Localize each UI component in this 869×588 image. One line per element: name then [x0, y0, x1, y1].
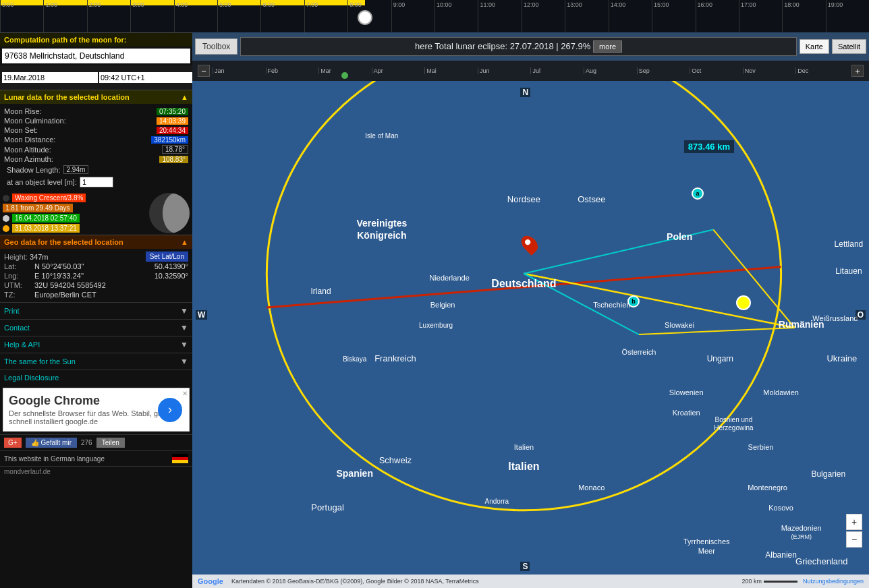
hour-7: 7:00 — [304, 0, 347, 32]
same-sun-label: The same for the Sun — [4, 357, 76, 365]
hour-9: 9:00 — [391, 0, 434, 32]
contact-chevron: ▼ — [180, 323, 188, 332]
location-input[interactable] — [2, 49, 190, 63]
google-logo: Google — [198, 577, 223, 585]
language-row: This website in German language — [0, 450, 192, 466]
print-label: Print — [4, 307, 20, 315]
next-new-row: 31.03.2018 13:37:21 — [3, 223, 145, 233]
gplus-button[interactable]: G+ — [4, 438, 22, 448]
hour-5: 5:00 — [217, 0, 260, 32]
litauen-label-svg: Litauen — [835, 266, 862, 276]
scale-label: 200 km — [741, 578, 762, 585]
map-month-zoom-plus[interactable]: + — [851, 65, 864, 77]
bulgarien-label-svg: Bulgarien — [811, 469, 845, 479]
timeline-bar[interactable]: 0:00 1:00 2:00 3:00 4:00 5:00 6:00 7:00 … — [0, 0, 869, 32]
contact-label: Contact — [4, 324, 30, 332]
marker-b[interactable]: b — [627, 295, 640, 307]
month-aug: Aug — [584, 67, 637, 74]
social-row: G+ 👍 Gefällt mir 276 Teilen — [0, 434, 192, 450]
karte-button[interactable]: Karte — [800, 39, 829, 54]
height-group: Height: 347m — [4, 253, 48, 261]
map-month-marker — [341, 72, 348, 79]
hour-17: 17:00 — [739, 0, 782, 32]
moldawien-label-svg: Moldawien — [763, 388, 799, 396]
timeline-handle[interactable] — [358, 10, 372, 25]
object-level-input[interactable] — [80, 177, 113, 187]
month-jan: Jan — [213, 67, 266, 74]
utm-value: 32U 594204 5585492 — [34, 281, 106, 289]
computation-header: Computation path of the moon for: — [0, 32, 192, 47]
ukraina-label-svg: Ukraine — [826, 353, 857, 363]
oesterreich-label-svg: Österreich — [622, 348, 656, 356]
next-full-value: 16.04.2018 02:57:40 — [12, 214, 80, 223]
lettland-label-svg: Lettland — [835, 239, 864, 249]
moon-dist-label: Moon Distance: — [4, 136, 55, 144]
poland-label-svg: Polen — [667, 231, 692, 242]
german-flag — [172, 454, 188, 463]
month-apr: Apr — [372, 67, 425, 74]
hour-0: 0:00 — [0, 0, 43, 32]
computation-header-text: Computation path of the moon for: — [4, 36, 126, 44]
map-month-zoom-minus[interactable]: − — [198, 65, 210, 77]
marker-a[interactable]: a — [692, 187, 704, 200]
moon-alt-label: Moon Altitude: — [4, 146, 51, 154]
hour-6: 6:00 — [260, 0, 304, 32]
month-jul: Jul — [530, 67, 584, 74]
ad-arrow-icon[interactable]: › — [158, 398, 182, 422]
phase-days-value: 1.81 from 29.49 Days — [3, 204, 73, 212]
date-input[interactable] — [2, 72, 98, 83]
map-zoom-controls: + − — [846, 514, 862, 548]
hour-13: 13:00 — [565, 0, 608, 32]
more-button[interactable]: more — [593, 40, 622, 53]
germany-label-svg: Deutschland — [491, 277, 556, 289]
set-latlon-btn[interactable]: Set Lat/Lon — [146, 252, 188, 262]
scale-bar: 200 km — [741, 578, 797, 585]
herzegowina-label-svg: Herzegowina — [714, 424, 754, 432]
bosnien-label-svg: Bosnien und — [715, 416, 753, 423]
tz-label: TZ: — [4, 291, 34, 299]
map-zoom-in-btn[interactable]: + — [846, 514, 862, 530]
same-sun-link[interactable]: The same for the Sun ▼ — [0, 353, 192, 370]
website-url-row: mondverlauf.de — [0, 466, 192, 477]
lux-label-svg: Luxemburg — [419, 322, 453, 329]
geo-data-header[interactable]: Geo data for the selected location ▲ — [0, 235, 192, 249]
terms-link[interactable]: Nutzungsbedingungen — [803, 578, 864, 585]
italien-label-svg2: Italien — [508, 460, 539, 472]
month-nov: Nov — [743, 67, 796, 74]
moon-rise-row: Moon Rise: 07:35:20 — [4, 107, 188, 116]
phase-dot — [3, 195, 9, 202]
hour-10: 10:00 — [434, 0, 478, 32]
satellit-button[interactable]: Satellit — [832, 39, 866, 54]
biskaya-label-svg: Biskaya — [343, 355, 366, 363]
month-mai: Mai — [424, 67, 478, 74]
phase-label: Waxing Crescent/3.8% — [12, 194, 86, 202]
fb-share-button[interactable]: Teilen — [96, 438, 125, 448]
toolbox-button[interactable]: Toolbox — [195, 38, 237, 55]
phase-tag-row: Waxing Crescent/3.8% — [3, 193, 145, 203]
weissrussland-label-svg: Weißrussland — [812, 314, 858, 322]
scale-line — [764, 581, 797, 583]
lng-deg: 10.32590° — [155, 272, 188, 280]
help-api-link[interactable]: Help & API ▼ — [0, 336, 192, 353]
geo-expand-icon: ▲ — [181, 238, 188, 246]
hour-14: 14:00 — [609, 0, 652, 32]
ad-text: Der schnellste Browser für das Web. Stab… — [9, 409, 184, 425]
moon-image — [149, 193, 190, 233]
map-zoom-out-btn[interactable]: − — [846, 531, 862, 548]
map-month-bar: − Jan Feb Mar Apr Mai Jun Jul Aug Sep Oc… — [192, 61, 869, 81]
map-area[interactable]: Toolbox here Total lunar eclipse: 27.07.… — [192, 32, 869, 588]
fb-like-button[interactable]: 👍 Gefällt mir — [26, 438, 77, 448]
map-overlay-svg: Vereinigtes Königreich Deutschland Polen… — [192, 81, 869, 575]
contact-link[interactable]: Contact ▼ — [0, 319, 192, 336]
time-input[interactable] — [99, 72, 195, 83]
moon-az-label: Moon Azimuth: — [4, 155, 53, 163]
legal-link[interactable]: Legal Disclosure — [0, 370, 192, 385]
ad-close-icon[interactable]: ✕ — [182, 390, 188, 397]
albanien-label-svg: Albanien — [765, 550, 797, 560]
hour-11: 11:00 — [478, 0, 521, 32]
print-link[interactable]: Print ▼ — [0, 302, 192, 319]
compass-east: O — [856, 310, 866, 320]
andorra-label-svg: Andorra — [485, 498, 509, 505]
yellow-circle-marker[interactable] — [736, 295, 751, 310]
phase-days-row: 1.81 from 29.49 Days — [3, 203, 145, 213]
